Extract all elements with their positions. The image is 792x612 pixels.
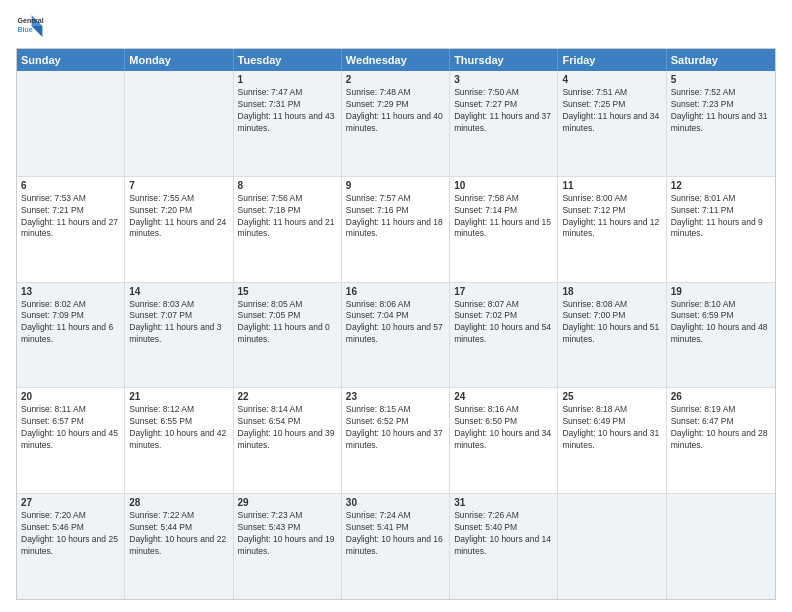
header-cell-sunday: Sunday xyxy=(17,49,125,71)
day-number: 19 xyxy=(671,286,771,297)
day-cell-22: 22Sunrise: 8:14 AMSunset: 6:54 PMDayligh… xyxy=(234,388,342,493)
day-cell-20: 20Sunrise: 8:11 AMSunset: 6:57 PMDayligh… xyxy=(17,388,125,493)
day-info: Sunrise: 7:47 AMSunset: 7:31 PMDaylight:… xyxy=(238,87,337,135)
day-cell-30: 30Sunrise: 7:24 AMSunset: 5:41 PMDayligh… xyxy=(342,494,450,599)
calendar-header: SundayMondayTuesdayWednesdayThursdayFrid… xyxy=(17,49,775,71)
day-info: Sunrise: 8:02 AMSunset: 7:09 PMDaylight:… xyxy=(21,299,120,347)
day-number: 7 xyxy=(129,180,228,191)
calendar-body: 1Sunrise: 7:47 AMSunset: 7:31 PMDaylight… xyxy=(17,71,775,599)
day-cell-3: 3Sunrise: 7:50 AMSunset: 7:27 PMDaylight… xyxy=(450,71,558,176)
logo: General Blue xyxy=(16,12,44,40)
header-cell-saturday: Saturday xyxy=(667,49,775,71)
day-number: 17 xyxy=(454,286,553,297)
day-cell-16: 16Sunrise: 8:06 AMSunset: 7:04 PMDayligh… xyxy=(342,283,450,388)
day-number: 10 xyxy=(454,180,553,191)
day-number: 3 xyxy=(454,74,553,85)
day-number: 24 xyxy=(454,391,553,402)
day-info: Sunrise: 8:19 AMSunset: 6:47 PMDaylight:… xyxy=(671,404,771,452)
day-number: 31 xyxy=(454,497,553,508)
day-number: 26 xyxy=(671,391,771,402)
day-number: 4 xyxy=(562,74,661,85)
header-cell-thursday: Thursday xyxy=(450,49,558,71)
header-cell-friday: Friday xyxy=(558,49,666,71)
day-info: Sunrise: 7:55 AMSunset: 7:20 PMDaylight:… xyxy=(129,193,228,241)
day-number: 28 xyxy=(129,497,228,508)
calendar-row-2: 13Sunrise: 8:02 AMSunset: 7:09 PMDayligh… xyxy=(17,282,775,388)
day-number: 5 xyxy=(671,74,771,85)
day-cell-19: 19Sunrise: 8:10 AMSunset: 6:59 PMDayligh… xyxy=(667,283,775,388)
day-info: Sunrise: 7:56 AMSunset: 7:18 PMDaylight:… xyxy=(238,193,337,241)
day-number: 6 xyxy=(21,180,120,191)
header-cell-wednesday: Wednesday xyxy=(342,49,450,71)
svg-text:General: General xyxy=(18,17,44,24)
day-cell-12: 12Sunrise: 8:01 AMSunset: 7:11 PMDayligh… xyxy=(667,177,775,282)
day-info: Sunrise: 7:22 AMSunset: 5:44 PMDaylight:… xyxy=(129,510,228,558)
day-cell-25: 25Sunrise: 8:18 AMSunset: 6:49 PMDayligh… xyxy=(558,388,666,493)
day-cell-5: 5Sunrise: 7:52 AMSunset: 7:23 PMDaylight… xyxy=(667,71,775,176)
day-cell-15: 15Sunrise: 8:05 AMSunset: 7:05 PMDayligh… xyxy=(234,283,342,388)
calendar-row-0: 1Sunrise: 7:47 AMSunset: 7:31 PMDaylight… xyxy=(17,71,775,176)
calendar-row-3: 20Sunrise: 8:11 AMSunset: 6:57 PMDayligh… xyxy=(17,387,775,493)
day-cell-28: 28Sunrise: 7:22 AMSunset: 5:44 PMDayligh… xyxy=(125,494,233,599)
day-number: 27 xyxy=(21,497,120,508)
empty-cell xyxy=(667,494,775,599)
day-info: Sunrise: 8:12 AMSunset: 6:55 PMDaylight:… xyxy=(129,404,228,452)
page: General Blue SundayMondayTuesdayWednesda… xyxy=(0,0,792,612)
day-cell-6: 6Sunrise: 7:53 AMSunset: 7:21 PMDaylight… xyxy=(17,177,125,282)
day-number: 25 xyxy=(562,391,661,402)
day-info: Sunrise: 8:00 AMSunset: 7:12 PMDaylight:… xyxy=(562,193,661,241)
generalblue-logo-icon: General Blue xyxy=(16,12,44,40)
empty-cell xyxy=(125,71,233,176)
day-number: 20 xyxy=(21,391,120,402)
day-cell-31: 31Sunrise: 7:26 AMSunset: 5:40 PMDayligh… xyxy=(450,494,558,599)
day-number: 1 xyxy=(238,74,337,85)
day-number: 11 xyxy=(562,180,661,191)
day-number: 21 xyxy=(129,391,228,402)
day-info: Sunrise: 8:15 AMSunset: 6:52 PMDaylight:… xyxy=(346,404,445,452)
day-info: Sunrise: 7:57 AMSunset: 7:16 PMDaylight:… xyxy=(346,193,445,241)
calendar-row-1: 6Sunrise: 7:53 AMSunset: 7:21 PMDaylight… xyxy=(17,176,775,282)
calendar-row-4: 27Sunrise: 7:20 AMSunset: 5:46 PMDayligh… xyxy=(17,493,775,599)
day-cell-17: 17Sunrise: 8:07 AMSunset: 7:02 PMDayligh… xyxy=(450,283,558,388)
day-number: 9 xyxy=(346,180,445,191)
day-number: 22 xyxy=(238,391,337,402)
day-cell-23: 23Sunrise: 8:15 AMSunset: 6:52 PMDayligh… xyxy=(342,388,450,493)
day-info: Sunrise: 8:01 AMSunset: 7:11 PMDaylight:… xyxy=(671,193,771,241)
day-number: 16 xyxy=(346,286,445,297)
day-number: 13 xyxy=(21,286,120,297)
day-number: 8 xyxy=(238,180,337,191)
day-info: Sunrise: 7:48 AMSunset: 7:29 PMDaylight:… xyxy=(346,87,445,135)
day-info: Sunrise: 7:23 AMSunset: 5:43 PMDaylight:… xyxy=(238,510,337,558)
day-info: Sunrise: 7:58 AMSunset: 7:14 PMDaylight:… xyxy=(454,193,553,241)
day-info: Sunrise: 7:24 AMSunset: 5:41 PMDaylight:… xyxy=(346,510,445,558)
header: General Blue xyxy=(16,12,776,40)
day-info: Sunrise: 7:53 AMSunset: 7:21 PMDaylight:… xyxy=(21,193,120,241)
day-cell-21: 21Sunrise: 8:12 AMSunset: 6:55 PMDayligh… xyxy=(125,388,233,493)
day-info: Sunrise: 7:26 AMSunset: 5:40 PMDaylight:… xyxy=(454,510,553,558)
day-cell-24: 24Sunrise: 8:16 AMSunset: 6:50 PMDayligh… xyxy=(450,388,558,493)
day-cell-14: 14Sunrise: 8:03 AMSunset: 7:07 PMDayligh… xyxy=(125,283,233,388)
day-info: Sunrise: 8:14 AMSunset: 6:54 PMDaylight:… xyxy=(238,404,337,452)
day-cell-2: 2Sunrise: 7:48 AMSunset: 7:29 PMDaylight… xyxy=(342,71,450,176)
day-cell-29: 29Sunrise: 7:23 AMSunset: 5:43 PMDayligh… xyxy=(234,494,342,599)
day-info: Sunrise: 8:11 AMSunset: 6:57 PMDaylight:… xyxy=(21,404,120,452)
day-number: 30 xyxy=(346,497,445,508)
day-number: 18 xyxy=(562,286,661,297)
day-cell-8: 8Sunrise: 7:56 AMSunset: 7:18 PMDaylight… xyxy=(234,177,342,282)
day-info: Sunrise: 8:03 AMSunset: 7:07 PMDaylight:… xyxy=(129,299,228,347)
day-cell-7: 7Sunrise: 7:55 AMSunset: 7:20 PMDaylight… xyxy=(125,177,233,282)
day-info: Sunrise: 8:07 AMSunset: 7:02 PMDaylight:… xyxy=(454,299,553,347)
day-number: 2 xyxy=(346,74,445,85)
day-cell-4: 4Sunrise: 7:51 AMSunset: 7:25 PMDaylight… xyxy=(558,71,666,176)
header-cell-monday: Monday xyxy=(125,49,233,71)
day-info: Sunrise: 7:52 AMSunset: 7:23 PMDaylight:… xyxy=(671,87,771,135)
day-number: 29 xyxy=(238,497,337,508)
day-info: Sunrise: 8:08 AMSunset: 7:00 PMDaylight:… xyxy=(562,299,661,347)
day-cell-27: 27Sunrise: 7:20 AMSunset: 5:46 PMDayligh… xyxy=(17,494,125,599)
day-cell-1: 1Sunrise: 7:47 AMSunset: 7:31 PMDaylight… xyxy=(234,71,342,176)
day-number: 14 xyxy=(129,286,228,297)
day-cell-13: 13Sunrise: 8:02 AMSunset: 7:09 PMDayligh… xyxy=(17,283,125,388)
day-info: Sunrise: 8:16 AMSunset: 6:50 PMDaylight:… xyxy=(454,404,553,452)
day-info: Sunrise: 7:50 AMSunset: 7:27 PMDaylight:… xyxy=(454,87,553,135)
svg-text:Blue: Blue xyxy=(18,26,33,33)
